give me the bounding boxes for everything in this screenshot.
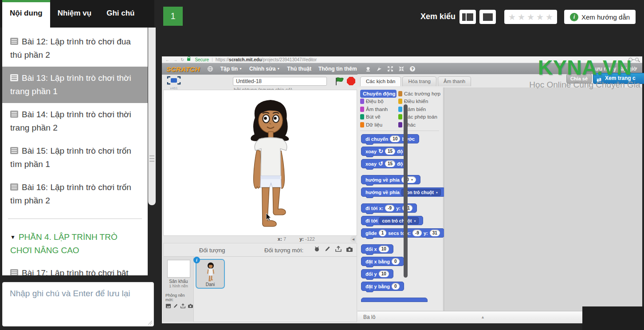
collapse-stage-icon[interactable]: ◀ — [350, 236, 356, 243]
menu-thu-thuat[interactable]: Thủ thuật — [287, 66, 311, 72]
scrollbar-grip-icon[interactable] — [149, 155, 154, 162]
block-segment[interactable]: 0 — [392, 258, 400, 265]
url-text[interactable]: https://scratch.mit.edu/projects/2394130… — [216, 57, 317, 62]
scratch-block[interactable]: xoay↻15độ — [361, 147, 408, 156]
shrink-sprite-icon[interactable] — [398, 66, 404, 72]
star-icon[interactable]: ★ — [527, 12, 534, 22]
scratch-block[interactable]: đi tới x:-9y:31 — [361, 203, 417, 213]
menu-thong-tin-them[interactable]: Thông tin thêm — [318, 66, 357, 72]
grow-sprite-icon[interactable] — [387, 66, 393, 72]
stage-canvas[interactable] — [163, 90, 357, 236]
scratch-block[interactable]: đổi x10 — [361, 244, 393, 254]
block-segment[interactable]: -9 — [385, 205, 394, 211]
stop-sign-icon[interactable] — [347, 77, 355, 85]
block-segment[interactable]: 10 — [379, 270, 389, 277]
fullscreen-brackets-icon[interactable] — [167, 76, 181, 85]
scratch-block[interactable]: đi tớicon trỏ chuột▼ — [361, 216, 423, 225]
block-category[interactable]: Dữ liệu — [360, 121, 398, 129]
block-segment[interactable]: con trỏ chuột▼ — [379, 217, 419, 224]
scratch-logo[interactable]: SCRATCH — [166, 65, 200, 73]
view-full-button[interactable] — [479, 10, 496, 24]
block-category[interactable]: Chuyển động — [360, 90, 397, 98]
notification-badge[interactable]: 1 — [163, 7, 183, 26]
block-segment[interactable]: 15 — [385, 148, 395, 155]
sprite-info-icon[interactable]: i — [193, 257, 200, 263]
lesson-item[interactable]: Bài 16: Lập trình trò chơi trốn tìm phần… — [2, 176, 148, 212]
block-segment[interactable]: -9 — [412, 230, 422, 236]
upload-backdrop-icon[interactable] — [180, 303, 186, 309]
note-input[interactable] — [3, 282, 153, 326]
star-icon[interactable]: ★ — [546, 12, 553, 22]
new-sprite-library-icon[interactable] — [314, 246, 320, 252]
share-button[interactable]: Chia sẻ — [566, 74, 592, 83]
palette-scrollbar[interactable] — [404, 104, 408, 278]
browser-back-icon[interactable]: ← — [165, 57, 170, 62]
lesson-item[interactable]: Bài 12: Lập trình trò chơi đua thú phần … — [2, 30, 148, 67]
block-category[interactable]: Bút vẽ — [360, 113, 398, 121]
browser-reload-icon[interactable]: ↻ — [181, 57, 184, 62]
scratch-block[interactable]: hướng về phía90▼ — [361, 175, 420, 184]
block-segment[interactable]: 0 — [392, 283, 400, 290]
scratch-block[interactable]: di chuyển10bước — [361, 134, 419, 143]
block-category[interactable]: Âm thanh — [360, 105, 398, 113]
tab-sounds[interactable]: Âm thanh — [438, 76, 471, 86]
delete-cursor-icon[interactable] — [376, 66, 382, 72]
category-label: Chuyển động — [363, 91, 395, 96]
view-split-button[interactable] — [459, 10, 476, 24]
backpack-expand-icon[interactable]: ▲ — [481, 315, 485, 319]
script-area[interactable] — [444, 87, 642, 311]
scratch-block-partial[interactable] — [361, 298, 428, 302]
block-help-icon[interactable]: ? — [409, 66, 416, 72]
camera-sprite-icon[interactable] — [346, 246, 353, 252]
tab-nhiem-vu[interactable]: Nhiệm vụ — [50, 0, 99, 28]
tab-costumes[interactable]: Hóa trang — [402, 76, 436, 86]
camera-backdrop-icon[interactable] — [188, 303, 193, 308]
block-segment[interactable]: 15 — [385, 160, 395, 167]
block-category[interactable]: Điệu bộ — [360, 98, 398, 106]
lesson-item[interactable]: Bài 14: Lập trình trò chơi thời trang ph… — [2, 103, 148, 139]
lesson-item[interactable]: Bài 13: Lập trình trò chơi thời trang ph… — [2, 67, 148, 103]
resize-handle-icon[interactable] — [148, 321, 152, 325]
scratch-block[interactable]: đặt x bằng0 — [361, 257, 404, 266]
lesson-item[interactable]: Bài 15: Lập trình trò chơi trốn tìm phần… — [2, 139, 148, 176]
tab-noi-dung[interactable]: Nội dung — [2, 0, 50, 28]
green-flag-icon[interactable] — [335, 77, 345, 86]
star-icon[interactable]: ★ — [518, 12, 525, 22]
stage-thumbnail[interactable] — [167, 260, 190, 278]
sidebar-scrollbar[interactable] — [148, 28, 156, 205]
block-segment[interactable]: 31 — [430, 230, 440, 236]
project-title-input[interactable] — [233, 77, 327, 86]
block-segment[interactable]: 10 — [390, 135, 400, 142]
language-globe-icon[interactable] — [207, 66, 213, 72]
star-icon[interactable]: ★ — [508, 12, 516, 22]
full-layout-icon — [483, 13, 493, 21]
sprite-thumbnail-dani[interactable]: i Dani — [196, 259, 225, 289]
stage-sprite-dani[interactable] — [229, 95, 313, 230]
browser-forward-icon[interactable]: → — [173, 57, 177, 62]
menu-tap-tin[interactable]: Tập tin▼ — [220, 66, 242, 72]
paint-new-sprite-icon[interactable] — [324, 246, 331, 252]
view-page-button[interactable]: ⇄ Xem trang c — [593, 73, 644, 84]
block-segment[interactable]: 1 — [379, 230, 387, 236]
block-segment[interactable]: 10 — [379, 246, 389, 252]
tab-scripts[interactable]: Các kịch bản — [360, 76, 401, 86]
star-icon[interactable]: ★ — [536, 12, 544, 22]
save-hint-label[interactable]: Lưu ngay bây giờ — [592, 66, 637, 72]
upload-sprite-icon[interactable] — [335, 246, 342, 252]
scratch-block[interactable]: đổi y10 — [361, 269, 393, 278]
scratch-block[interactable]: xoay↺15độ — [361, 159, 408, 168]
menu-chinh-sua[interactable]: Chỉnh sửa▼ — [249, 66, 280, 72]
section-header[interactable]: ▼PHẦN 4. LẬP TRÌNH TRÒ CHƠI NÂNG CAO — [2, 225, 148, 262]
zoom-icon[interactable] — [635, 58, 639, 61]
paint-backdrop-icon[interactable] — [173, 303, 178, 309]
guide-button[interactable]: i Xem hướng dẫn — [564, 10, 636, 24]
duplicate-stamp-icon[interactable] — [365, 66, 371, 72]
key-icon[interactable] — [628, 58, 632, 62]
scratch-block[interactable]: đặt y bằng0 — [361, 282, 404, 291]
block-category[interactable]: Các trường hợp — [398, 90, 441, 98]
scratch-block[interactable]: glide1secs to x:-9y:31 — [361, 228, 444, 238]
lesson-item[interactable]: Bài 17: Lập trình trò chơi bật bóng phần… — [2, 262, 148, 275]
tab-ghi-chu[interactable]: Ghi chú — [99, 0, 142, 28]
scratch-block[interactable]: hướng về phíacon trỏ chuột▼ — [361, 187, 445, 197]
backdrop-library-icon[interactable] — [165, 303, 171, 309]
